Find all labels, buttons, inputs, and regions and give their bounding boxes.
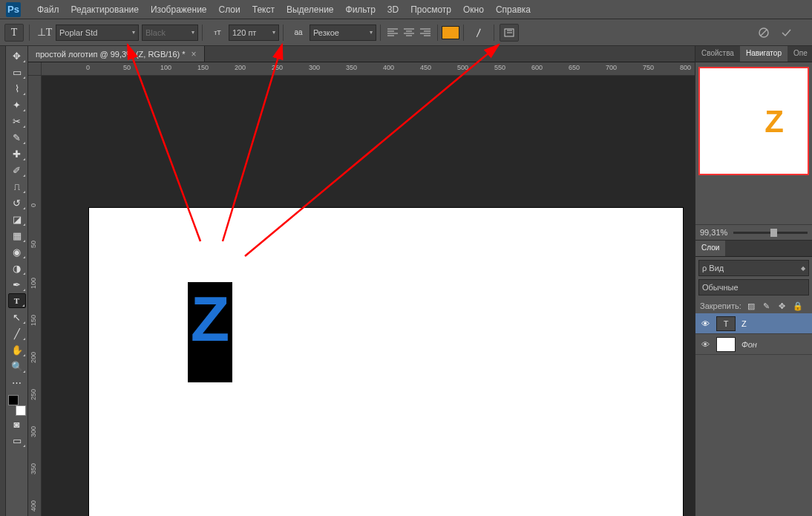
tool-shape[interactable]: ╱ [8,326,26,341]
menu-select[interactable]: Выделение [281,1,340,18]
tool-dodge[interactable]: ◑ [8,261,26,275]
visibility-icon[interactable]: 👁 [700,319,710,328]
chevron-down-icon: ▾ [191,29,194,36]
menu-view[interactable]: Просмотр [405,1,457,18]
tool-type[interactable]: T [8,293,26,308]
ruler-horizontal[interactable]: 0501001502002503003504004505005506006507… [42,62,695,76]
menu-3d[interactable]: 3D [382,1,405,18]
canvas-letter: Z [191,287,230,350]
character-panel-icon[interactable] [500,24,519,42]
tool-lasso[interactable]: ⌇ [8,81,26,96]
layer-name: Фон [741,340,757,349]
blend-label: Обычные [702,283,739,292]
menu-text[interactable]: Текст [246,1,281,18]
tab-ops[interactable]: Опе [788,46,812,62]
layer-kind-select[interactable]: ρ Вид◆ [698,260,809,276]
lock-pixels-icon[interactable]: ✎ [761,300,773,312]
text-orientation-icon[interactable]: ⊥T [35,24,54,42]
font-size-value: 120 пт [232,28,256,37]
align-center-icon[interactable] [401,25,417,41]
tool-eraser[interactable]: ◪ [8,212,26,226]
text-color-swatch[interactable] [442,26,459,39]
chevron-down-icon: ▾ [370,29,373,36]
layer-row[interactable]: 👁 T Z [695,313,812,334]
tool-hand[interactable]: ✋ [8,342,26,357]
font-size-select[interactable]: 120 пт▾ [229,25,279,41]
menu-layers[interactable]: Слои [213,1,246,18]
align-left-icon[interactable] [384,25,401,41]
font-family-value: Poplar Std [59,28,97,37]
tool-quickmask[interactable]: ◙ [8,417,26,431]
menu-help[interactable]: Справка [490,1,537,18]
tool-crop[interactable]: ✂ [8,114,26,128]
tool-marquee[interactable]: ▭ [8,65,26,79]
tool-healing[interactable]: ✚ [8,146,26,161]
tool-history[interactable]: ↺ [8,195,26,210]
tool-screenmode[interactable]: ▭ [8,433,26,448]
menu-window[interactable]: Окно [457,1,490,18]
chevron-down-icon: ▾ [272,29,275,36]
antialias-select[interactable]: Резкое▾ [310,25,376,41]
chevron-down-icon: ◆ [801,265,805,272]
text-layer-box[interactable]: Z [188,282,232,382]
tool-zoom[interactable]: 🔍 [8,359,26,373]
tab-properties[interactable]: Свойства [695,46,740,62]
document-tab[interactable]: простой логотип @ 99,3% (Z, RGB/16) * × [28,46,205,62]
tool-blur[interactable]: ◉ [8,244,26,259]
layer-row[interactable]: 👁 Фон [695,334,812,355]
tab-navigator[interactable]: Навигатор [740,46,788,62]
layer-thumb-text: T [716,316,736,331]
font-style-select[interactable]: Black▾ [142,25,198,41]
chevron-down-icon: ▾ [132,29,135,36]
tool-preset-icon[interactable]: T [4,24,24,42]
tab-layers[interactable]: Слои [695,241,725,256]
tool-stamp[interactable]: ⎍ [8,179,26,194]
font-size-icon: тT [208,24,227,42]
tools-panel: ✥ ▭ ⌇ ✦ ✂ ✎ ✚ ✐ ⎍ ↺ ◪ ▦ ◉ ◑ ✒ T ↖ ╱ ✋ 🔍 … [6,46,28,516]
tool-wand[interactable]: ✦ [8,97,26,112]
layer-name: Z [741,319,747,328]
visibility-icon[interactable]: 👁 [700,340,710,349]
lock-label: Закрепить: [700,301,741,310]
tool-eyedropper[interactable]: ✎ [8,130,26,145]
lock-transparent-icon[interactable]: ▨ [745,300,757,312]
zoom-slider[interactable] [733,232,808,234]
menu-image[interactable]: Изображение [145,1,213,18]
tool-pen[interactable]: ✒ [8,277,26,292]
antialias-value: Резкое [313,28,339,37]
menu-filter[interactable]: Фильтр [340,1,382,18]
document-tab-title: простой логотип @ 99,3% (Z, RGB/16) * [36,50,186,59]
commit-icon[interactable] [776,24,796,42]
tool-brush[interactable]: ✐ [8,163,26,177]
layer-thumb-bg [716,337,736,352]
color-fgbg[interactable] [8,395,26,416]
tool-path[interactable]: ↖ [8,310,26,324]
lock-position-icon[interactable]: ✥ [776,300,788,312]
cancel-icon[interactable] [754,24,773,42]
kind-label: Вид [709,264,724,272]
font-family-select[interactable]: Poplar Std▾ [56,25,139,41]
tool-more[interactable]: ⋯ [8,375,26,390]
blend-mode-select[interactable]: Обычные [698,279,809,295]
svg-line-16 [761,30,767,36]
antialias-icon: aа [289,24,308,42]
lock-all-icon[interactable]: 🔒 [792,300,804,312]
font-style-value: Black [145,28,166,37]
zoom-level[interactable]: 99,31% [700,228,727,237]
tool-move[interactable]: ✥ [8,48,26,63]
ruler-vertical[interactable]: 050100150200250300350400 [28,76,42,516]
align-right-icon[interactable] [417,25,433,41]
tool-gradient[interactable]: ▦ [8,228,26,243]
artboard[interactable]: Z [89,208,683,516]
app-logo[interactable]: Ps [6,2,21,17]
navigator-letter: Z [764,104,784,140]
menu-file[interactable]: Файл [31,1,65,18]
close-icon[interactable]: × [191,49,197,59]
menu-edit[interactable]: Редактирование [65,1,145,18]
navigator-thumbnail[interactable]: Z [698,67,809,175]
warp-text-icon[interactable]: 〳 [469,24,488,42]
canvas-area: простой логотип @ 99,3% (Z, RGB/16) * × … [28,46,695,516]
